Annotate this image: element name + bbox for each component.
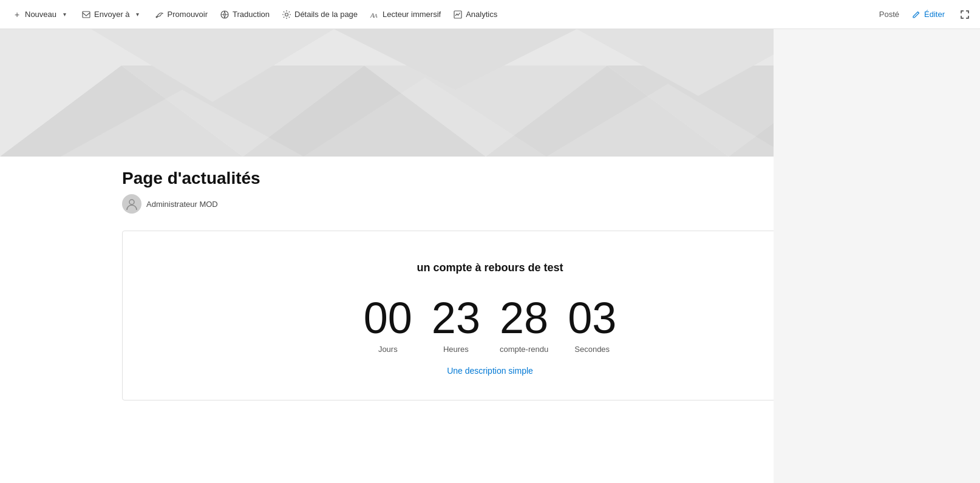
countdown-minutes: 28 compte-rendu (500, 296, 548, 354)
avatar (122, 194, 141, 214)
expand-icon (960, 10, 970, 19)
traduction-label: Traduction (233, 10, 270, 19)
page-content: Page d'actualités Administrateur MOD un … (107, 157, 873, 400)
seconds-value: 03 (568, 296, 616, 340)
minutes-value: 28 (500, 296, 548, 340)
envoyer-label: Envoyer à (94, 10, 130, 19)
author-name: Administrateur MOD (146, 200, 218, 209)
promouvoir-button[interactable]: Promouvoir (150, 7, 213, 22)
page-title-section: Page d'actualités Administrateur MOD (122, 157, 858, 231)
svg-point-21 (129, 200, 134, 204)
plus-icon: + (12, 10, 22, 19)
svg-text:A: A (373, 13, 378, 19)
editer-label: Éditer (924, 10, 945, 19)
countdown-card: un compte à rebours de test 00 Jours 23 … (122, 231, 858, 400)
days-label: Jours (378, 345, 398, 354)
toolbar-right: Posté Éditer (879, 7, 973, 22)
countdown-numbers: 00 Jours 23 Heures 28 compte-rendu 03 Se… (147, 296, 833, 354)
details-label: Détails de la page (294, 10, 358, 19)
days-value: 00 (364, 296, 412, 340)
traduction-button[interactable]: Traduction (215, 7, 274, 22)
right-panel (774, 29, 980, 415)
countdown-seconds: 03 Secondes (568, 296, 616, 354)
fullscreen-button[interactable] (957, 7, 973, 22)
nouveau-label: Nouveau (25, 10, 56, 19)
svg-point-1 (155, 16, 157, 18)
toolbar: + Nouveau ▾ Envoyer à ▾ Promouvoir (0, 0, 980, 29)
gear-icon (282, 10, 291, 19)
hours-value: 23 (432, 296, 480, 340)
lecteur-button[interactable]: A A Lecteur immersif (365, 7, 446, 22)
analytics-icon (453, 10, 463, 19)
countdown-days: 00 Jours (364, 296, 412, 354)
details-button[interactable]: Détails de la page (277, 7, 362, 22)
svg-point-3 (285, 13, 288, 16)
analytics-label: Analytics (466, 10, 497, 19)
editer-button[interactable]: Éditer (907, 7, 950, 22)
envoyer-button[interactable]: Envoyer à ▾ (77, 7, 148, 22)
page-title: Page d'actualités (122, 169, 858, 188)
chevron-down-icon: ▾ (60, 10, 69, 19)
traduction-icon (220, 10, 230, 19)
promouvoir-label: Promouvoir (168, 10, 208, 19)
lecteur-label: Lecteur immersif (383, 10, 441, 19)
lecteur-icon: A A (370, 10, 379, 19)
countdown-description: Une description simple (147, 366, 833, 376)
status-badge: Posté (879, 10, 899, 19)
toolbar-left: + Nouveau ▾ Envoyer à ▾ Promouvoir (7, 7, 879, 22)
author-row: Administrateur MOD (122, 194, 858, 214)
minutes-label: compte-rendu (500, 345, 548, 354)
send-icon (81, 10, 91, 19)
nouveau-button[interactable]: + Nouveau ▾ (7, 7, 74, 22)
countdown-hours: 23 Heures (432, 296, 480, 354)
envoyer-chevron-icon: ▾ (133, 10, 143, 19)
promouvoir-icon (155, 10, 165, 19)
analytics-button[interactable]: Analytics (448, 7, 502, 22)
svg-rect-0 (83, 12, 90, 18)
hours-label: Heures (443, 345, 469, 354)
countdown-title: un compte à rebours de test (147, 262, 833, 274)
edit-icon (911, 10, 921, 19)
seconds-label: Secondes (574, 345, 610, 354)
